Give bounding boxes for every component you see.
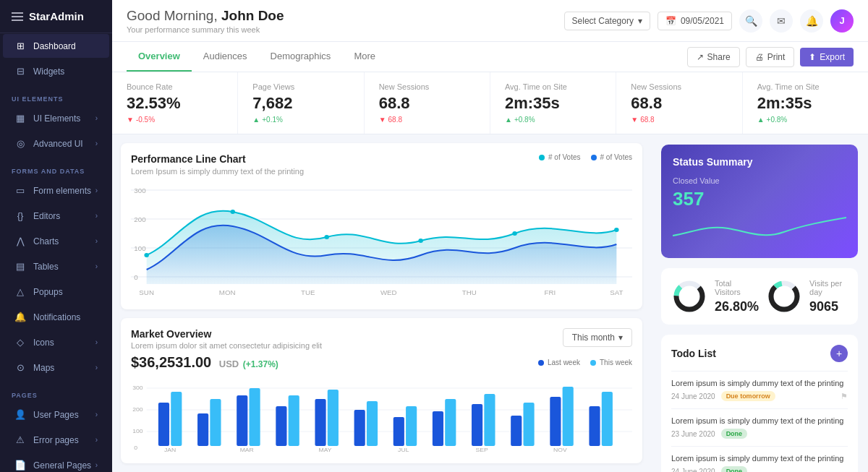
svg-text:200: 200: [132, 406, 143, 413]
sidebar-item-icons[interactable]: ◇ Icons ›: [3, 330, 109, 354]
stat-label: New Sessions: [631, 82, 727, 91]
category-select[interactable]: Select Category ▾: [564, 12, 650, 30]
advanced-ui-icon: ◎: [14, 138, 26, 149]
widgets-icon: ⊟: [14, 66, 26, 77]
print-button[interactable]: 🖨 Print: [746, 47, 795, 67]
svg-text:WED: WED: [380, 289, 397, 296]
sidebar-item-popups[interactable]: △ Popups: [3, 280, 109, 304]
svg-rect-50: [589, 406, 600, 446]
main-content: Good Morning, John Doe Your performance …: [112, 0, 868, 472]
stat-value: 68.8: [631, 94, 727, 113]
stat-value: 7,682: [252, 94, 349, 113]
arrow-icon: ›: [95, 338, 98, 346]
todo-badge: Done: [721, 429, 748, 439]
svg-text:0: 0: [134, 274, 137, 281]
todo-text: Lorem ipsum is simply dummy text of the …: [671, 416, 848, 425]
sidebar-item-ui-elements[interactable]: ▦ UI Elements ›: [3, 106, 109, 130]
dashboard-icon: ⊞: [14, 40, 26, 51]
search-button[interactable]: 🔍: [739, 9, 762, 33]
notifications-button[interactable]: 🔔: [800, 9, 823, 33]
tab-audiences[interactable]: Audiences: [192, 42, 259, 72]
print-icon: 🖨: [755, 52, 764, 62]
sidebar-item-user-pages[interactable]: 👤 User Pages ›: [3, 403, 109, 426]
sidebar-item-notifications[interactable]: 🔔 Notifications: [3, 305, 109, 329]
todo-list-card: Todo List + Lorem ipsum is simply dummy …: [661, 335, 858, 472]
sidebar-item-general-pages[interactable]: 📄 General Pages ›: [3, 453, 109, 472]
topbar: Good Morning, John Doe Your performance …: [112, 0, 868, 42]
nav-tabs: Overview Audiences Demographics More: [127, 42, 387, 72]
stat-label: Avg. Time on Site: [505, 82, 601, 91]
hamburger-icon[interactable]: [12, 12, 23, 21]
bar-chart-svg: 300 200 100 0: [131, 381, 632, 453]
mail-button[interactable]: ✉: [770, 9, 793, 33]
svg-rect-41: [406, 406, 417, 446]
sidebar-item-advanced-ui[interactable]: ◎ Advanced UI ›: [3, 132, 109, 155]
market-overview-card: Market Overview Lorem ipsum dolor sit am…: [121, 318, 642, 463]
error-icon: ⚠: [14, 434, 26, 445]
svg-rect-29: [171, 392, 182, 446]
svg-text:TUE: TUE: [301, 289, 315, 296]
share-icon: ↗: [697, 52, 704, 62]
charts-area: Performance Line Chart Lorem Ipsum is si…: [112, 134, 868, 472]
sidebar-item-error-pages[interactable]: ⚠ Error pages ›: [3, 428, 109, 452]
svg-text:300: 300: [134, 187, 145, 194]
sidebar-item-form-elements[interactable]: ▭ Form elements ›: [3, 179, 109, 202]
arrow-down-icon: ▼: [127, 116, 134, 124]
month-filter-button[interactable]: This month ▾: [563, 328, 632, 347]
search-icon: 🔍: [745, 15, 757, 27]
avatar[interactable]: J: [830, 9, 854, 33]
svg-text:MON: MON: [219, 289, 236, 296]
sidebar-item-label: User Pages: [33, 410, 79, 420]
arrow-icon: ›: [95, 186, 98, 194]
sidebar-item-tables[interactable]: ▤ Tables ›: [3, 254, 109, 278]
todo-add-button[interactable]: +: [830, 345, 848, 362]
flag-icon: ⚑: [841, 392, 848, 401]
closed-label: Closed Value: [673, 176, 846, 185]
sidebar-item-widgets[interactable]: ⊟ Widgets: [3, 59, 109, 83]
market-subtitle: Lorem ipsum dolor sit amet consectetur a…: [131, 341, 322, 350]
tab-demographics[interactable]: Demographics: [259, 42, 343, 72]
todo-text: Lorem ipsum is simply dummy text of the …: [671, 379, 848, 387]
tab-overview[interactable]: Overview: [127, 42, 192, 72]
export-button[interactable]: ⬆ Export: [800, 48, 854, 66]
sidebar-item-label: Widgets: [33, 66, 64, 77]
line-chart-title: Performance Line Chart: [131, 153, 304, 165]
sidebar-item-maps[interactable]: ⊙ Maps ›: [3, 356, 109, 379]
sidebar-item-editors[interactable]: {} Editors ›: [3, 204, 109, 228]
visits-value: 9065: [809, 299, 848, 314]
stat-change: ▲ +0.8%: [505, 116, 601, 124]
share-button[interactable]: ↗ Share: [687, 47, 740, 67]
svg-rect-28: [158, 403, 169, 446]
sparkline-svg: [673, 210, 846, 246]
form-icon: ▭: [14, 185, 26, 196]
date-picker[interactable]: 📅 09/05/2021: [658, 12, 732, 30]
svg-text:200: 200: [134, 216, 145, 223]
legend-dot-thisweek: [590, 360, 596, 366]
todo-meta: 24 June 2020 Due tomorrow ⚑: [671, 391, 848, 401]
icons-icon: ◇: [14, 337, 26, 348]
stat-value: 32.53%: [127, 94, 223, 113]
arrow-icon: ›: [95, 436, 98, 444]
todo-badge: Done: [721, 466, 748, 472]
stat-change: ▲ +0.1%: [252, 116, 349, 124]
arrow-icon: ›: [95, 461, 98, 469]
legend-dot-1: [539, 155, 545, 160]
svg-point-13: [614, 228, 618, 232]
svg-text:MAY: MAY: [318, 446, 332, 453]
section-ui-elements: UI ELEMENTS: [0, 88, 112, 106]
sidebar-item-charts[interactable]: ⋀ Charts ›: [3, 229, 109, 253]
stat-value: 2m:35s: [505, 94, 601, 113]
stat-change: ▼ -0.5%: [127, 116, 223, 124]
svg-rect-43: [445, 399, 456, 446]
tab-more[interactable]: More: [342, 42, 387, 72]
svg-rect-42: [433, 411, 443, 446]
sidebar-item-dashboard[interactable]: ⊞ Dashboard: [3, 34, 109, 58]
svg-point-9: [231, 210, 235, 214]
sidebar-item-label: Maps: [33, 363, 54, 373]
arrow-icon: ›: [95, 212, 98, 220]
tab-actions: ↗ Share 🖨 Print ⬆ Export: [687, 47, 854, 67]
svg-rect-36: [315, 399, 326, 446]
arrow-down-icon: ▼: [379, 116, 386, 124]
svg-rect-46: [511, 416, 522, 446]
svg-text:0: 0: [134, 444, 137, 451]
